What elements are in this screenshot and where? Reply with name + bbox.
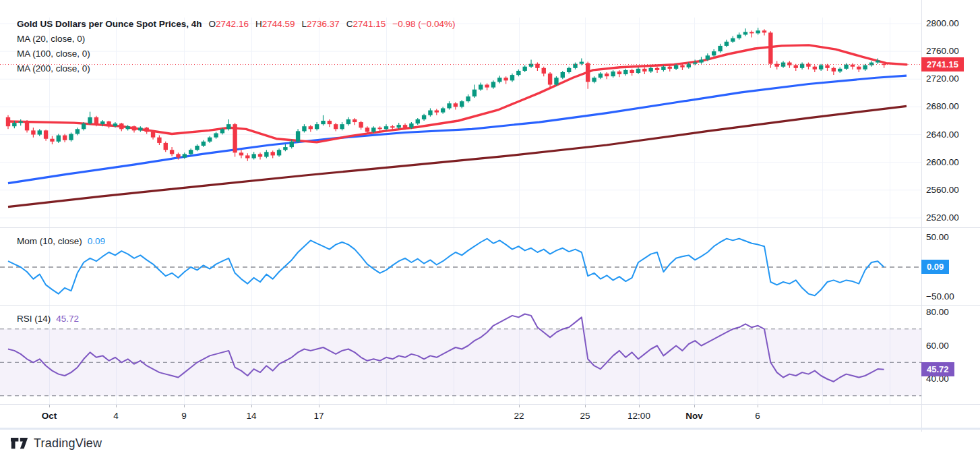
legend-ma100[interactable]: MA (100, close, 0) — [17, 46, 455, 61]
candle-body — [328, 121, 332, 124]
candle-body — [346, 119, 350, 124]
candle-body — [466, 96, 470, 101]
candle-body — [183, 154, 187, 157]
candle-body — [220, 129, 224, 133]
momentum-value: 0.09 — [88, 236, 105, 246]
price-axis-label: 2760.00 — [926, 46, 959, 57]
candle-body — [245, 155, 249, 158]
candle-body — [371, 127, 375, 132]
tradingview-logo-text: TradingView — [34, 436, 102, 451]
candle-body — [428, 111, 432, 115]
rsi-value: 45.72 — [56, 314, 79, 324]
time-axis-label: 25 — [580, 411, 590, 421]
candle-body — [756, 30, 760, 33]
time-axis-label: 4 — [113, 411, 119, 421]
candle-body — [302, 126, 306, 131]
candle-body — [277, 150, 281, 155]
time-axis-label: Nov — [685, 411, 703, 421]
candle-body — [636, 69, 640, 73]
candle-body — [44, 130, 48, 138]
candle-body — [762, 30, 766, 32]
legend-ma200[interactable]: MA (200, close, 0) — [17, 61, 455, 76]
candle-body — [542, 68, 546, 74]
candle-body — [132, 126, 136, 130]
candle-body — [523, 67, 527, 71]
candle-body — [787, 63, 791, 65]
candle-body — [573, 64, 577, 68]
candle-body — [882, 64, 886, 65]
candle-body — [718, 46, 722, 51]
price-axis-label: 2560.00 — [926, 185, 959, 196]
candle-body — [661, 67, 665, 70]
candle-body — [63, 136, 67, 140]
price-axis-label: 2520.00 — [926, 212, 959, 223]
candle-body — [315, 124, 319, 129]
candle-body — [69, 134, 73, 140]
candle-body — [649, 68, 653, 71]
rsi-value-badge: 45.72 — [921, 362, 954, 376]
ohlc-open: O2742.16 — [206, 19, 249, 29]
candle-body — [100, 121, 104, 124]
candle-body — [491, 82, 495, 87]
candle-body — [844, 65, 848, 69]
candle-body — [699, 59, 703, 62]
rsi-legend[interactable]: RSI (14) 45.72 — [17, 314, 79, 324]
time-axis[interactable] — [0, 405, 921, 432]
symbol-legend-row[interactable]: Gold US Dollars per Ounce Spot Prices, 4… — [17, 16, 455, 31]
candle-body — [145, 127, 149, 132]
candle-body — [806, 64, 810, 67]
candle-body — [460, 101, 464, 107]
candle-body — [548, 74, 552, 84]
momentum-value-badge: 0.09 — [921, 260, 949, 274]
candle-body — [397, 125, 401, 127]
candle-body — [725, 42, 729, 46]
candle-body — [611, 71, 615, 76]
candle-body — [674, 65, 678, 69]
candle-body — [138, 127, 142, 130]
symbol-title: Gold US Dollars per Ounce Spot Prices, 4… — [17, 19, 202, 29]
candle-body — [321, 121, 325, 124]
candle-body — [851, 65, 855, 67]
candle-body — [271, 152, 275, 155]
tradingview-logo[interactable]: TradingView — [11, 436, 102, 451]
candle-body — [731, 38, 735, 42]
price-change: −0.98 (−0.04%) — [392, 19, 455, 29]
candle-body — [485, 85, 489, 88]
candle-body — [384, 126, 388, 129]
candle-body — [737, 34, 741, 38]
candle-body — [535, 64, 539, 68]
candle-body — [75, 129, 80, 134]
momentum-legend[interactable]: Mom (10, close) 0.09 — [17, 236, 105, 246]
candle-body — [38, 130, 42, 134]
legend-ma20[interactable]: MA (20, close, 0) — [17, 31, 455, 46]
time-axis-label: Oct — [42, 411, 57, 421]
rsi-label: RSI (14) — [17, 314, 51, 324]
tradingview-logo-icon — [11, 436, 28, 451]
candle-body — [435, 111, 439, 113]
candle-body — [623, 70, 627, 74]
candle-body — [195, 146, 199, 150]
candle-body — [497, 78, 501, 82]
ohlc-close: C2741.15 — [344, 19, 386, 29]
momentum-axis-label: −50.00 — [926, 291, 954, 302]
time-axis-label: 14 — [246, 411, 256, 421]
candle-body — [580, 62, 584, 64]
candle-body — [869, 63, 874, 65]
legend: Gold US Dollars per Ounce Spot Prices, 4… — [17, 16, 455, 76]
candle-body — [290, 142, 294, 147]
candle-body — [819, 65, 823, 69]
candle-body — [353, 119, 357, 122]
candle-body — [630, 70, 634, 73]
candle-body — [31, 130, 35, 134]
price-axis-label: 2640.00 — [926, 130, 959, 140]
candle-body — [479, 85, 483, 90]
candle-body — [668, 67, 672, 69]
candle-body — [359, 122, 363, 127]
current-price-badge: 2741.15 — [921, 57, 964, 71]
candle-body — [19, 121, 23, 123]
candle-body — [472, 90, 477, 96]
candle-body — [214, 134, 218, 138]
tradingview-chart-window: Gold US Dollars per Ounce Spot Prices, 4… — [0, 0, 980, 458]
price-axis-label: 2680.00 — [926, 101, 959, 112]
candle-body — [832, 68, 836, 71]
